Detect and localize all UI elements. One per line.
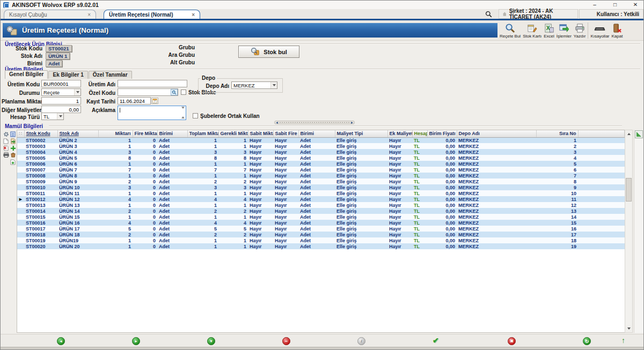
scrollbar-up-icon[interactable] — [626, 131, 632, 137]
tab-kisayol-cubugu[interactable]: Kısayol Çubuğu × — [4, 10, 96, 19]
refresh-button[interactable]: ↻ — [583, 337, 591, 345]
table-row[interactable]: ST00005ÜRÜN 580Adet88HayırHayırAdetElle … — [17, 155, 625, 161]
export-document-icon[interactable] — [10, 159, 16, 165]
kapat-button[interactable]: Kapat — [611, 20, 624, 41]
panel-splitter[interactable] — [274, 121, 355, 124]
column-header[interactable]: Maliyet Tipi — [335, 130, 387, 137]
table-row[interactable]: ST00002ÜRÜN 210Adet11HayırHayırAdetElle … — [17, 137, 625, 143]
table-row[interactable]: ST00015ÜRÜN 1510Adet11HayırHayırAdetElle… — [17, 214, 625, 220]
delete-record-button[interactable]: − — [282, 337, 290, 345]
excel-button[interactable]: X Excel — [543, 20, 555, 41]
confirm-button[interactable]: ✔ — [433, 336, 439, 345]
table-row[interactable]: ST00013ÜRÜN 1310Adet11HayırHayırAdetElle… — [17, 202, 625, 208]
planlama-input[interactable] — [41, 97, 81, 105]
tab-uretim-recetesi[interactable]: Üretim Reçetesi (Normal) × — [104, 10, 200, 19]
maximize-button[interactable]: □ — [611, 1, 619, 9]
column-header[interactable]: Sıra No — [536, 130, 578, 137]
table-row[interactable]: ST00008ÜRÜN 810Adet11HayırHayırAdetElle … — [17, 173, 625, 178]
table-row[interactable]: ST00010ÜRÜN 1030Adet33HayırHayırAdetElle… — [17, 184, 625, 190]
calendar-button[interactable]: 7 — [151, 98, 158, 104]
hesap-turu-select[interactable]: TL — [41, 113, 64, 120]
stok-bul-button[interactable]: Stok bul — [238, 46, 299, 58]
settings-gear-icon[interactable] — [3, 131, 9, 137]
table-row[interactable]: ST00020ÜRÜN 2010Adet11HayırHayırAdetElle… — [17, 243, 625, 249]
subelerde-checkbox[interactable] — [193, 113, 198, 118]
prev-record-button[interactable]: ◄ — [57, 337, 65, 345]
column-header[interactable]: Birimi — [298, 130, 335, 137]
scroll-top-button[interactable]: ↑ — [621, 336, 625, 345]
cell: Hayır — [387, 149, 412, 155]
yazdir-button[interactable]: Yazdır — [573, 20, 587, 41]
column-header[interactable]: Toplam Miktar — [187, 130, 218, 137]
print-grid-icon[interactable] — [3, 152, 9, 158]
table-row[interactable]: ST00006ÜRÜN 610Adet11HayırHayırAdetElle … — [17, 161, 625, 167]
diger-maliyetler-input[interactable] — [41, 106, 81, 113]
cell: 8 — [536, 178, 578, 184]
company-selector[interactable]: Şirket : 2024 - AK TİCARET (AK24) — [499, 9, 578, 19]
tab-close-icon[interactable]: × — [192, 12, 195, 18]
table-row[interactable]: ST00011ÜRÜN 1110Adet11HayırHayırAdetElle… — [17, 190, 625, 196]
column-header[interactable]: Birimi — [157, 130, 187, 137]
stok-karti-button[interactable]: Stok Kartı — [522, 20, 543, 41]
recete-bul-button[interactable]: Reçete Bul — [499, 20, 522, 41]
delete-document-icon[interactable] — [3, 145, 9, 151]
splitter-right-icon[interactable] — [351, 122, 353, 124]
tab-ozel-tanimlar[interactable]: Özel Tanımlar — [89, 71, 132, 79]
column-header[interactable]: Gerekli Miktar — [218, 130, 248, 137]
splitter-left-icon[interactable] — [276, 122, 278, 124]
cancel-button[interactable]: ✖ — [508, 337, 516, 345]
column-header[interactable]: Fire Miktarı — [133, 130, 157, 137]
column-header[interactable]: Hesap — [412, 130, 427, 137]
user-selector[interactable]: Kullanıcı : Yetkili — [579, 9, 643, 19]
scroll-down-icon[interactable] — [181, 109, 185, 118]
table-row[interactable]: ST00014ÜRÜN 1420Adet22HayırHayırAdetElle… — [17, 208, 625, 214]
table-row[interactable]: ST00018ÜRÜN 1820Adet22HayırHayırAdetElle… — [17, 232, 625, 237]
kayit-tarihi-input[interactable] — [118, 97, 151, 105]
splitter-grip[interactable] — [279, 122, 350, 123]
aciklama-textarea[interactable] — [118, 106, 186, 120]
add-row-icon[interactable] — [10, 145, 16, 151]
stok-bloke-checkbox[interactable] — [181, 90, 186, 95]
table-row[interactable]: ▶ST00012ÜRÜN 1240Adet44HayırHayırAdetEll… — [17, 196, 625, 202]
ozel-kodu-input[interactable] — [118, 88, 178, 96]
ozel-kodu-lookup-button[interactable] — [171, 89, 178, 95]
next-record-button[interactable]: ► — [132, 337, 140, 345]
table-row[interactable]: ST00007ÜRÜN 770Adet77HayırHayırAdetElle … — [17, 167, 625, 173]
import-document-icon[interactable] — [10, 138, 16, 144]
tab-ek-bilgiler[interactable]: Ek Bilgiler 1 — [48, 71, 87, 79]
column-header[interactable]: Stok Kodu — [24, 130, 57, 137]
basket-icon[interactable] — [10, 152, 16, 158]
uretim-kodu-input[interactable] — [41, 80, 81, 87]
last-record-button[interactable]: ▼ — [207, 337, 215, 345]
column-header[interactable]: Birim Fiyatı — [427, 130, 457, 137]
recipe-list-icon[interactable] — [10, 131, 16, 137]
scrollbar-down-icon[interactable] — [626, 325, 632, 332]
expand-grid-button[interactable] — [635, 130, 643, 138]
durumu-select[interactable]: Reçete — [41, 88, 81, 96]
kisayollar-button[interactable]: Kısayollar — [589, 20, 610, 41]
scrollbar-thumb[interactable] — [626, 178, 632, 202]
table-row[interactable]: ST00004ÜRÜN 430Adet33HayırHayırAdetElle … — [17, 149, 625, 155]
tab-close-icon[interactable]: × — [87, 12, 91, 18]
depo-adi-select[interactable]: MERKEZ — [231, 81, 277, 89]
table-row[interactable]: ST00016ÜRÜN 1640Adet44HayırHayırAdetElle… — [17, 220, 625, 226]
close-button[interactable]: ✕ — [632, 1, 639, 9]
new-document-icon[interactable] — [3, 138, 9, 144]
minimize-button[interactable]: – — [591, 1, 598, 9]
column-header[interactable]: Sabit Fire — [273, 130, 298, 137]
column-header[interactable]: Sabit Miktar — [248, 130, 273, 137]
islemler-button[interactable]: İşlemler — [555, 20, 573, 41]
column-header[interactable]: Stok Adı — [57, 130, 98, 137]
cell: 0 — [133, 208, 157, 214]
record-info-button[interactable]: i — [357, 337, 365, 345]
table-row[interactable]: ST00003ÜRÜN 310Adet11HayırHayırAdetElle … — [17, 143, 625, 149]
column-header[interactable]: Miktarı — [98, 130, 133, 137]
grid-vertical-scrollbar[interactable] — [625, 130, 633, 333]
column-header[interactable]: Ek Maliyet — [387, 130, 412, 137]
uretim-adi-input[interactable] — [118, 80, 187, 87]
table-row[interactable]: ST00019ÜRÜN1910Adet11HayırHayırAdetElle … — [17, 237, 625, 243]
table-row[interactable]: ST00009ÜRÜN 920Adet22HayırHayırAdetElle … — [17, 178, 625, 184]
table-row[interactable]: ST00017ÜRÜN 1750Adet55HayırHayırAdetElle… — [17, 226, 625, 232]
tab-genel-bilgiler[interactable]: Genel Bilgiler — [5, 70, 48, 79]
column-header[interactable]: Depo Adı — [457, 130, 536, 137]
